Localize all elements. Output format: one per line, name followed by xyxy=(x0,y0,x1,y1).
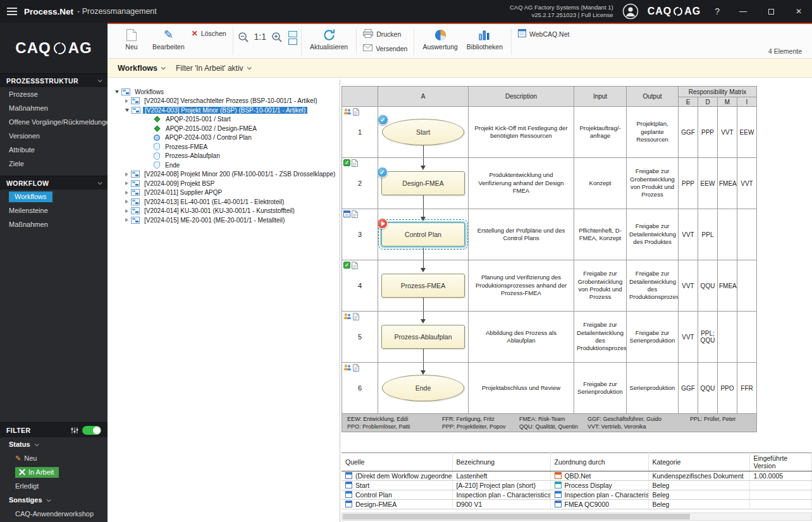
chevron-down-icon xyxy=(161,65,166,70)
tree-item-ende[interactable]: Ende xyxy=(108,161,340,170)
flow-shape-design-fmea[interactable]: Design-FMEA✓ xyxy=(381,171,465,195)
send-button[interactable]: Versenden xyxy=(360,43,410,54)
sidebar-item-offene-vorg-nge-r-ckmeldungen[interactable]: Offene Vorgänge/Rückmeldungen xyxy=(0,115,108,129)
expand-arrow-icon[interactable] xyxy=(125,181,128,185)
flow-shape-prozess-fmea[interactable]: Prozess-FMEA xyxy=(381,274,465,298)
toolbar-separator xyxy=(511,28,512,55)
horizontal-scrollbar[interactable] xyxy=(341,513,812,521)
filter-item-erledigt[interactable]: Erledigt xyxy=(0,479,108,493)
toolbar-separator xyxy=(356,28,357,55)
filter-toggle[interactable] xyxy=(82,426,101,435)
tree-item-v2024-008-projekt-minor-200-fm[interactable]: [V2024-008] Projekt Minor 200 (FM-100-00… xyxy=(108,170,340,179)
document-row[interactable]: (Direkt dem Workflow zugeordnet)Lastenhe… xyxy=(341,471,811,481)
collapse-arrow-icon[interactable] xyxy=(115,90,119,94)
user-account-icon[interactable] xyxy=(622,3,639,20)
libraries-button[interactable]: Bibliotheken xyxy=(462,26,507,57)
sidebar-item-attribute[interactable]: Attribute xyxy=(0,143,108,157)
documents-header[interactable]: Kategorie xyxy=(648,453,749,471)
expand-arrow-icon[interactable] xyxy=(125,209,128,213)
documents-header[interactable]: Quelle xyxy=(341,453,452,471)
refresh-button[interactable]: Aktualisieren xyxy=(305,26,352,57)
flow-output: Freigabe zur Grobentwicklung von Produkt… xyxy=(627,158,679,209)
fit-page-button[interactable] xyxy=(288,39,297,45)
help-button[interactable]: ? xyxy=(710,6,725,16)
tree-item-label: [V2024-009] Projekt BSP xyxy=(142,180,216,187)
view-selector[interactable]: Workflows xyxy=(118,64,164,73)
delete-button[interactable]: ✕ Löschen xyxy=(189,28,229,39)
tree-item-v2024-015-me-20-001-me-20-001-[interactable]: [V2024-015] ME-20-001 (ME-20-001/1 - Met… xyxy=(108,215,340,225)
documents-header[interactable]: Eingeführte Version xyxy=(749,453,811,471)
document-source-icon xyxy=(555,491,562,498)
maximize-button[interactable] xyxy=(761,2,780,21)
document-kategorie: Beleg xyxy=(648,481,749,490)
minimize-button[interactable]: — xyxy=(734,2,753,21)
sidebar-item-ma-nahmen[interactable]: Maßnahmen xyxy=(0,101,108,115)
flow-shape-label: Prozess-FMEA xyxy=(401,282,446,289)
flow-shape-ende[interactable]: Ende xyxy=(382,375,464,401)
section-workflow[interactable]: WORKFLOW xyxy=(0,176,108,190)
tree-item-v2024-011-supplier-apqp[interactable]: [V2024-011] Supplier APQP xyxy=(108,188,340,198)
flow-shape-control-plan[interactable]: Control Plan xyxy=(381,222,465,246)
analysis-button[interactable]: Auswertung xyxy=(418,26,462,57)
resp-col-header: E xyxy=(679,97,698,107)
sidebar-item-versionen[interactable]: Versionen xyxy=(0,129,108,143)
sidebar-item-meilensteine[interactable]: Meilensteine xyxy=(0,203,108,217)
document-row[interactable]: Start[A-210] Project plan (short)Process… xyxy=(341,481,811,490)
sidebar-item-prozesse[interactable]: Prozesse xyxy=(0,87,108,101)
flow-resp-cell: EEW xyxy=(737,107,757,158)
active-filter-selector[interactable]: Filter 'In Arbeit' aktiv xyxy=(176,64,250,73)
expand-arrow-icon[interactable] xyxy=(125,99,128,103)
sidebar-item-workflows[interactable]: Workflows xyxy=(0,190,108,203)
edit-button[interactable]: ✎ Bearbeiten xyxy=(148,26,189,57)
tree-root[interactable]: Workflows xyxy=(108,87,340,97)
flow-shape-start[interactable]: Start✓ xyxy=(382,119,464,145)
connector-line xyxy=(423,298,424,311)
print-button[interactable]: Drucken xyxy=(360,28,403,40)
filter-group-status[interactable]: Status xyxy=(0,437,108,451)
sidebar-item-ma-nahmen[interactable]: Maßnahmen xyxy=(0,217,108,231)
filter-item-neu[interactable]: ✎Neu xyxy=(0,451,108,465)
scrollbar-thumb[interactable] xyxy=(343,514,690,519)
tree-item-v2024-009-projekt-bsp[interactable]: [V2024-009] Projekt BSP xyxy=(108,179,340,188)
tree-item-v2024-013-el-40-001-el-40-001-[interactable]: [V2024-013] EL-40-001 (EL-40-001/1 - Ele… xyxy=(108,197,340,207)
responsibility-matrix-header: Responsibility Matrix xyxy=(679,87,757,97)
new-button[interactable]: Neu xyxy=(115,26,148,57)
close-button[interactable]: ✕ xyxy=(789,2,808,21)
collapse-arrow-icon[interactable] xyxy=(125,109,129,112)
tree-item-v2024-014-ku-30-001-ku-30-001-[interactable]: [V2024-014] KU-30-001 (KU-30-001/1 - Kun… xyxy=(108,207,340,216)
hamburger-menu-icon[interactable] xyxy=(0,0,24,23)
workflow-icon xyxy=(131,97,140,104)
zoom-in-button[interactable] xyxy=(271,31,283,46)
expand-arrow-icon[interactable] xyxy=(125,218,128,222)
zoom-out-button[interactable] xyxy=(237,31,250,46)
expand-arrow-icon[interactable] xyxy=(125,191,128,195)
connector-line xyxy=(423,246,424,260)
flow-shape-prozess-ablaufplan[interactable]: Prozess-Ablaufplan xyxy=(381,325,465,349)
tree-item-prozess-fmea[interactable]: Prozess-FMEA xyxy=(108,142,340,152)
participants-icon xyxy=(343,313,352,320)
tree-item-apqp-2024-003-control-plan[interactable]: APQP-2024-003 / Control Plan xyxy=(108,133,340,143)
document-row[interactable]: Design-FMEAD900 V1FMEA QC9000Beleg xyxy=(341,500,811,509)
documents-header[interactable]: Bezeichnung xyxy=(452,453,550,471)
documents-table: Quelle Bezeichnung Zuordnung durch Kateg… xyxy=(341,452,812,509)
expand-arrow-icon[interactable] xyxy=(125,200,128,203)
tree-item-prozess-ablaufplan[interactable]: Prozess-Ablaufplan xyxy=(108,152,340,161)
tree-item-v2024-002-verschachtelter-proz[interactable]: [V2024-002] Verschachtelter Prozess (BSP… xyxy=(108,97,340,106)
tree-item-v2024-003-projekt-minor-bsp-bs[interactable]: [V2024-003] Projekt Minor (BSP) (BSP-10-… xyxy=(108,106,340,115)
document-row[interactable]: Control PlanInspection plan - Characteri… xyxy=(341,490,811,500)
filter-item-in-arbeit[interactable]: In Arbeit xyxy=(0,465,108,479)
section-prozessstruktur[interactable]: PROZESSSTRUKTUR xyxy=(0,73,108,87)
documents-header[interactable]: Zuordnung durch xyxy=(550,453,648,471)
filter-item-caq-anwenderworkshop[interactable]: CAQ-Anwenderworkshop xyxy=(0,507,108,521)
tree-item-apqp-2015-002-design-fmea[interactable]: APQP-2015-002 / Design-FMEA xyxy=(108,124,340,133)
flow-row-number: 3 xyxy=(358,231,362,238)
expand-arrow-icon[interactable] xyxy=(125,173,128,176)
flow-row-number: 5 xyxy=(358,333,362,341)
column-a-header[interactable]: A xyxy=(378,87,469,107)
sidebar-item-ziele[interactable]: Ziele xyxy=(0,157,108,171)
license-info: CAQ AG Factory Systems (Mandant 1) v25.2… xyxy=(510,4,613,20)
webcaq-button[interactable]: WebCAQ.Net xyxy=(515,28,572,40)
fit-width-button[interactable] xyxy=(288,31,297,37)
filter-group-sonstiges[interactable]: Sonstiges xyxy=(0,493,108,507)
tree-item-apqp-2015-001-start[interactable]: APQP-2015-001 / Start xyxy=(108,115,340,124)
